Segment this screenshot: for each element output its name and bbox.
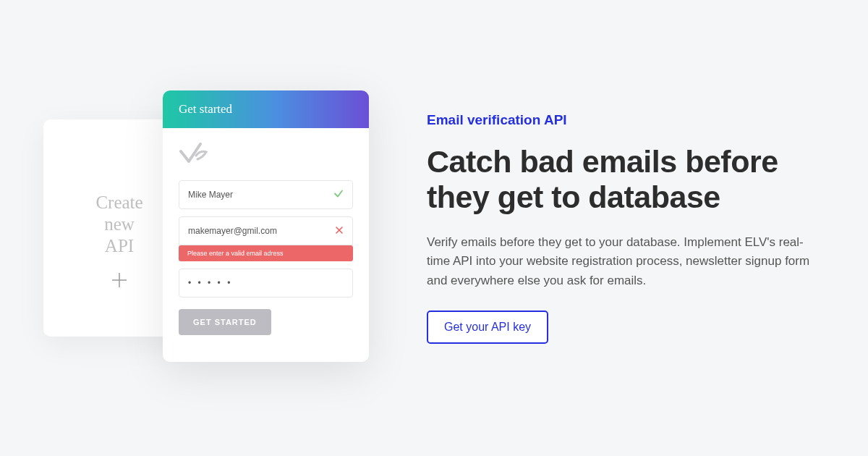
cta-label: Get your API key [444,321,531,333]
signup-form-card: Get started Mike Mayer makemayer@gmi [163,90,369,362]
name-value: Mike Mayer [188,190,233,200]
email-value: makemayer@gmil.com [188,226,277,236]
ve-logo-icon [179,141,212,167]
name-field[interactable]: Mike Mayer [179,180,353,209]
email-field[interactable]: makemayer@gmil.com [179,216,353,245]
eyebrow-label: Email verification API [427,112,817,128]
form-body: Mike Mayer makemayer@gmil.com Please ent… [163,128,369,351]
create-api-line2: new [104,214,135,234]
create-api-line1: Create [95,193,142,212]
page-headline: Catch bad emails before they get to data… [427,144,817,216]
page-description: Verify emails before they get to your da… [427,233,817,290]
x-icon [335,225,344,237]
get-api-key-button[interactable]: Get your API key [427,311,548,344]
page-container: Create new API Get started M [0,0,868,456]
create-api-line3: API [105,236,134,256]
error-message: Please enter a valid email adress [187,250,284,257]
form-header: Get started [163,90,369,128]
password-value: • • • • • [188,278,232,288]
get-started-label: GET STARTED [193,318,257,326]
check-icon [333,189,344,201]
hero-content: Email verification API Catch bad emails … [427,112,832,344]
error-banner: Please enter a valid email adress [179,245,353,261]
illustration-panel: Create new API Get started M [36,76,383,380]
password-field[interactable]: • • • • • [179,269,353,297]
get-started-button[interactable]: GET STARTED [179,309,271,335]
form-header-title: Get started [179,102,232,117]
